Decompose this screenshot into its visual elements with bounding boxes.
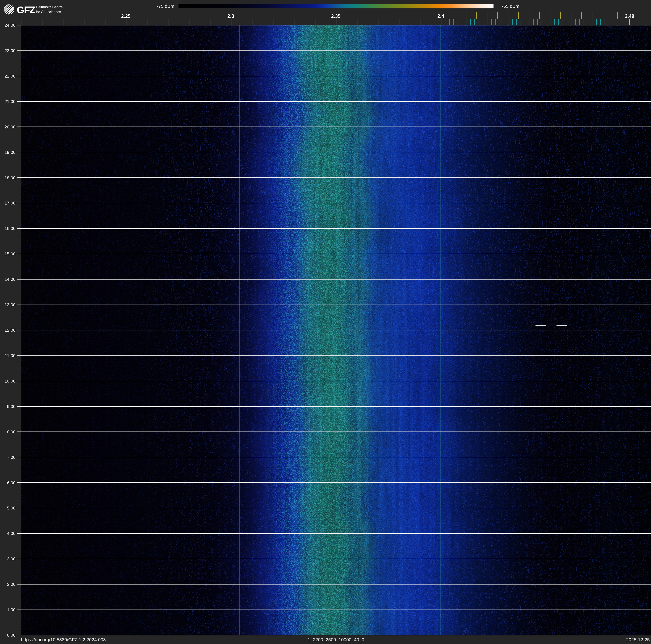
svg-text:Helmholtz Centre: Helmholtz Centre — [36, 5, 63, 9]
svg-text:for Geosciences: for Geosciences — [36, 10, 61, 14]
svg-text:GFZ: GFZ — [17, 4, 35, 16]
